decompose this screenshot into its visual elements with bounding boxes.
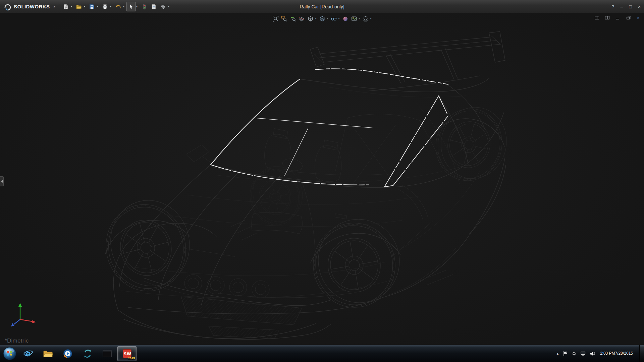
3ds-swirl-icon bbox=[3, 3, 11, 11]
volume-button[interactable] bbox=[590, 351, 595, 356]
taskbar-solidworks-2015-button[interactable]: SW 2015 bbox=[117, 346, 137, 361]
maximize-button[interactable]: □ bbox=[629, 4, 632, 9]
taskbar-command-window-button[interactable] bbox=[98, 346, 117, 361]
open-caret[interactable]: ▾ bbox=[84, 5, 85, 8]
app-name: SOLIDWORKS bbox=[14, 4, 50, 9]
select-caret[interactable]: ▾ bbox=[136, 5, 138, 8]
view-settings-caret[interactable]: ▾ bbox=[370, 17, 372, 20]
open-folder-icon bbox=[76, 4, 82, 10]
folder-icon bbox=[43, 349, 53, 358]
speaker-icon bbox=[590, 351, 595, 356]
display-style-caret[interactable]: ▾ bbox=[327, 17, 328, 20]
menu-expand-arrow[interactable]: ▸ bbox=[54, 4, 56, 9]
network-button[interactable] bbox=[580, 351, 586, 356]
feature-pane-toggle-button[interactable] bbox=[594, 15, 600, 20]
minimize-button[interactable]: – bbox=[621, 4, 623, 9]
help-button[interactable]: ? bbox=[612, 4, 614, 9]
previous-view-icon bbox=[290, 16, 296, 22]
collapse-arrow-icon bbox=[1, 180, 3, 183]
view-settings-icon bbox=[363, 16, 369, 22]
hidden-icons-button[interactable]: ▲ bbox=[556, 352, 559, 355]
display-style-button[interactable] bbox=[318, 15, 326, 23]
apply-scene-button[interactable] bbox=[350, 15, 358, 23]
document-close-button[interactable]: × bbox=[635, 15, 641, 20]
split-pane-icon bbox=[595, 16, 599, 19]
edit-appearance-button[interactable] bbox=[341, 15, 349, 23]
select-button[interactable] bbox=[126, 2, 136, 11]
options-button[interactable] bbox=[158, 2, 168, 11]
internet-explorer-icon: e bbox=[23, 349, 33, 359]
titlebar: SOLIDWORKS ▸ ▾ ▾ bbox=[0, 0, 644, 13]
hide-show-items-caret[interactable]: ▾ bbox=[338, 17, 340, 20]
print-caret[interactable]: ▾ bbox=[110, 5, 111, 8]
orientation-triad[interactable] bbox=[5, 299, 38, 331]
undo-button[interactable] bbox=[113, 2, 123, 11]
document-window-controls: × bbox=[594, 15, 641, 20]
restore-icon bbox=[627, 17, 630, 19]
taskbar-solidworks-launcher-button[interactable] bbox=[78, 346, 97, 361]
power-options-button[interactable] bbox=[572, 351, 577, 356]
zoom-to-area-icon bbox=[281, 16, 287, 22]
rebuild-button[interactable] bbox=[140, 2, 149, 11]
options-caret[interactable]: ▾ bbox=[168, 5, 169, 8]
graphics-viewport[interactable]: ▾ ▾ ▾ bbox=[0, 13, 644, 345]
action-center-flag-icon bbox=[563, 351, 568, 356]
section-view-icon bbox=[299, 16, 305, 22]
document-restore-button[interactable] bbox=[625, 15, 631, 20]
document-minimize-button[interactable] bbox=[614, 15, 621, 20]
zoom-to-fit-button[interactable] bbox=[272, 15, 280, 23]
display-style-wireframe-icon bbox=[319, 16, 325, 22]
view-orientation-label: *Dimetric bbox=[5, 338, 29, 344]
clock-date: 7/28/2015 bbox=[615, 351, 633, 356]
save-caret[interactable]: ▾ bbox=[97, 5, 98, 8]
quick-access-toolbar: ▾ ▾ ▾ ▾ bbox=[61, 2, 171, 11]
start-button[interactable] bbox=[1, 345, 18, 362]
clock-time: 2:03 PM bbox=[600, 351, 615, 356]
view-orientation-button[interactable] bbox=[307, 15, 315, 23]
view-orientation-cube-icon bbox=[308, 16, 314, 22]
network-monitor-icon bbox=[580, 351, 586, 356]
apply-scene-caret[interactable]: ▾ bbox=[359, 17, 360, 20]
collapsed-panel-tab[interactable] bbox=[0, 176, 4, 186]
window-controls: ? – □ × bbox=[612, 4, 641, 9]
undo-icon bbox=[115, 4, 121, 10]
taskbar-media-player-button[interactable] bbox=[58, 346, 77, 361]
zoom-to-area-button[interactable] bbox=[280, 15, 288, 23]
taskbar-clock[interactable]: 2:03 PM 7/28/2015 bbox=[600, 351, 633, 356]
section-view-button[interactable] bbox=[298, 15, 306, 23]
split-pane-icon bbox=[605, 16, 609, 19]
solidworks-window: SOLIDWORKS ▸ ▾ ▾ bbox=[0, 0, 644, 362]
minimize-icon bbox=[616, 19, 619, 19]
taskbar-internet-explorer-button[interactable]: e bbox=[18, 346, 38, 361]
solidworks-launcher-icon bbox=[83, 349, 92, 358]
action-center-button[interactable] bbox=[563, 351, 568, 356]
windows-start-orb-icon bbox=[3, 347, 17, 361]
close-button[interactable]: × bbox=[638, 4, 641, 9]
svg-text:SW: SW bbox=[124, 352, 131, 356]
windows-taskbar: e bbox=[0, 345, 644, 362]
new-document-button[interactable] bbox=[61, 2, 70, 11]
dark-window-icon bbox=[103, 350, 112, 357]
taskbar-windows-explorer-button[interactable] bbox=[38, 346, 57, 361]
file-properties-button[interactable] bbox=[149, 2, 158, 11]
show-desktop-button[interactable] bbox=[639, 345, 644, 362]
open-button[interactable] bbox=[74, 2, 84, 11]
new-document-caret[interactable]: ▾ bbox=[71, 5, 72, 8]
edit-appearance-ball-icon bbox=[342, 16, 348, 22]
wireframe-car-model[interactable] bbox=[0, 13, 644, 345]
undo-caret[interactable]: ▾ bbox=[123, 5, 124, 8]
media-player-icon bbox=[63, 349, 72, 358]
hide-show-items-button[interactable] bbox=[330, 15, 338, 23]
display-pane-toggle-button[interactable] bbox=[604, 15, 610, 20]
view-orientation-caret[interactable]: ▾ bbox=[315, 17, 317, 20]
triad-axes-icon bbox=[5, 299, 38, 329]
save-icon bbox=[89, 4, 95, 10]
print-button[interactable] bbox=[100, 2, 110, 11]
power-plug-icon bbox=[572, 351, 577, 356]
print-icon bbox=[102, 4, 108, 10]
save-button[interactable] bbox=[87, 2, 97, 11]
view-settings-button[interactable] bbox=[362, 15, 370, 23]
system-tray: ▲ bbox=[556, 345, 644, 362]
previous-view-button[interactable] bbox=[289, 15, 297, 23]
options-gear-icon bbox=[160, 4, 166, 10]
